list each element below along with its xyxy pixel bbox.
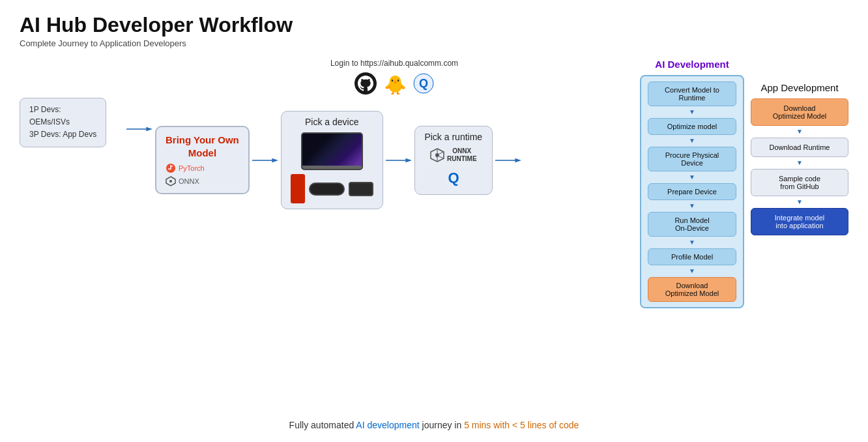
bottom-mid: journey in: [420, 420, 464, 430]
ai-step-arrow-5: ▼: [648, 239, 736, 246]
ai-dev-container: Convert Model toRuntime ▼ Optimize model…: [640, 75, 744, 308]
bottom-highlight2: 5 mins with < 5 lines of code: [464, 420, 579, 430]
ai-dev-title: AI Development: [655, 59, 729, 70]
app-dev-container: DownloadOptimized Model ▼ Download Runti…: [751, 98, 848, 235]
devs-box: 1P Devs: OEMs/ISVs 3P Devs: App Devs: [20, 98, 106, 147]
bottom-pre: Fully automated: [289, 420, 356, 430]
login-area: Login to https://aihub.qualcomm.com 🐥: [330, 59, 458, 98]
laptop-image: [301, 132, 363, 170]
qualcomm-icon: Q: [413, 73, 434, 96]
duck-icon: 🐥: [384, 74, 407, 96]
ai-step-prepare: Prepare Device: [648, 183, 736, 200]
arrow-runtime-aidev: [495, 155, 521, 166]
device-small-red: [291, 174, 305, 203]
app-step-download-model: DownloadOptimized Model: [751, 98, 848, 126]
svg-line-16: [439, 152, 444, 154]
bottom-text: Fully automated AI development journey i…: [289, 420, 579, 430]
svg-line-17: [439, 156, 444, 158]
app-step-sample-code: Sample codefrom GitHub: [751, 169, 848, 196]
bottom-highlight1: AI development: [356, 420, 419, 430]
onnx-logo: ONNX: [166, 176, 239, 186]
onnx-runtime-logo: ONNXRUNTIME: [430, 147, 477, 163]
ai-step-profile: Profile Model: [648, 248, 736, 265]
login-text: Login to https://aihub.qualcomm.com: [330, 59, 458, 68]
flow-row: Bring Your OwnModel PyTorch: [155, 111, 633, 209]
device-images: [291, 132, 373, 203]
content-area: 1P Devs: OEMs/ISVs 3P Devs: App Devs Log…: [20, 59, 848, 308]
ai-step-arrow-2: ▼: [648, 138, 736, 144]
svg-marker-1: [146, 127, 152, 131]
svg-text:Q: Q: [419, 77, 428, 90]
pick-device-label: Pick a device: [291, 117, 373, 127]
byom-box: Bring Your OwnModel PyTorch: [155, 126, 250, 194]
svg-marker-21: [515, 158, 521, 162]
page-subtitle: Complete Journey to Application Develope…: [20, 38, 848, 48]
app-step-arrow-1: ▼: [796, 128, 803, 135]
qualcomm-q-runtime: Q: [444, 168, 463, 189]
ai-step-run: Run ModelOn-Device: [648, 212, 736, 237]
device-camera: [349, 182, 373, 196]
device-glasses: [309, 183, 345, 196]
arrow-device-runtime: [386, 155, 412, 166]
ai-dev-section: AI Development Convert Model toRuntime ▼…: [640, 59, 744, 308]
pick-runtime-label: Pick a runtime: [424, 132, 483, 142]
svg-point-8: [169, 180, 172, 183]
pick-runtime-box: Pick a runtime ONNXRUNTIME: [414, 126, 493, 195]
login-icons: 🐥 Q: [354, 72, 434, 98]
arrow-byom-device: [252, 155, 278, 166]
app-step-arrow-3: ▼: [796, 199, 803, 205]
ai-step-procure: Procure PhysicalDevice: [648, 147, 736, 171]
device-row2: [291, 174, 373, 203]
runtime-icons: ONNXRUNTIME Q: [424, 147, 483, 189]
app-step-integrate: Integrate modelinto application: [751, 208, 848, 235]
ai-step-arrow-1: ▼: [648, 109, 736, 115]
pick-device-box: Pick a device: [281, 111, 383, 209]
svg-marker-12: [405, 158, 412, 162]
svg-point-6: [171, 166, 173, 167]
ai-step-arrow-6: ▼: [648, 268, 736, 274]
ai-step-download: DownloadOptimized Model: [648, 277, 736, 302]
app-step-download-runtime: Download Runtime: [751, 138, 848, 157]
main-container: AI Hub Developer Workflow Complete Journ…: [0, 0, 868, 442]
github-icon: [354, 72, 377, 98]
svg-marker-10: [272, 158, 278, 162]
arrow-devs-byom: [126, 124, 152, 134]
app-dev-title: App Development: [760, 82, 838, 93]
left-section: 1P Devs: OEMs/ISVs 3P Devs: App Devs: [20, 98, 124, 147]
pytorch-logo: PyTorch: [166, 163, 239, 173]
byom-sub: PyTorch ONNX: [166, 163, 239, 186]
svg-text:Q: Q: [448, 169, 459, 186]
ai-step-arrow-3: ▼: [648, 174, 736, 181]
app-dev-section: App Development DownloadOptimized Model …: [751, 82, 848, 235]
byom-label: Bring Your OwnModel: [166, 134, 239, 159]
ai-step-convert: Convert Model toRuntime: [648, 81, 736, 106]
middle-flow: Login to https://aihub.qualcomm.com 🐥: [155, 59, 633, 209]
app-step-arrow-2: ▼: [796, 160, 803, 166]
page-title: AI Hub Developer Workflow: [20, 13, 848, 37]
svg-point-14: [435, 153, 439, 157]
ai-step-arrow-4: ▼: [648, 203, 736, 209]
ai-step-optimize: Optimize model: [648, 118, 736, 135]
